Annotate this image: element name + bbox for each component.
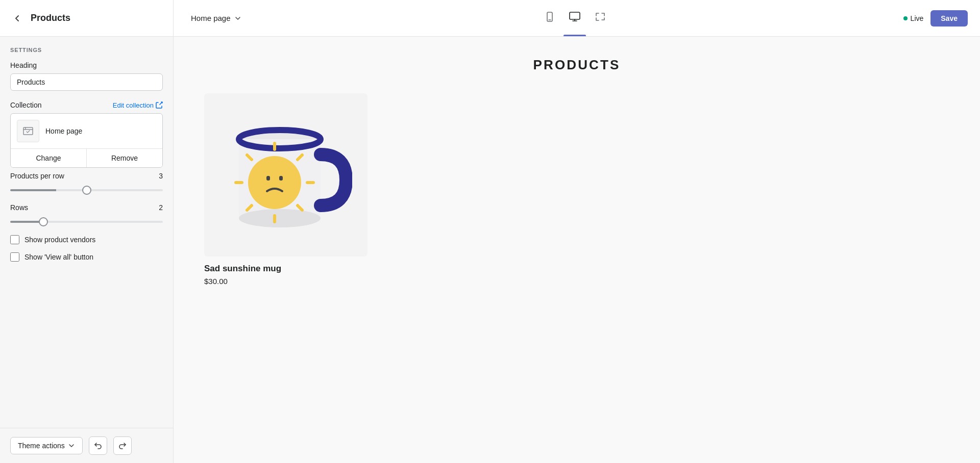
rows-slider[interactable] (10, 221, 163, 223)
undo-button[interactable] (89, 436, 107, 455)
view-buttons (539, 7, 611, 29)
sidebar-title: Products (31, 13, 70, 23)
products-per-row-section: Products per row 3 (10, 172, 163, 193)
products-per-row-label: Products per row (10, 172, 64, 180)
desktop-view-button[interactable] (564, 7, 586, 29)
redo-button[interactable] (113, 436, 132, 455)
heading-input[interactable] (10, 73, 163, 91)
collection-actions: Change Remove (11, 148, 162, 167)
show-view-all-label[interactable]: Show 'View all' button (24, 253, 93, 261)
live-dot (903, 16, 908, 20)
svg-point-6 (239, 209, 321, 227)
collection-item: Home page (11, 114, 162, 148)
theme-actions-button[interactable]: Theme actions (10, 437, 83, 454)
fullscreen-view-button[interactable] (589, 7, 611, 29)
collection-name: Home page (45, 127, 82, 135)
show-vendors-row: Show product vendors (10, 235, 163, 244)
product-price: $30.00 (204, 277, 368, 286)
back-button[interactable] (10, 11, 24, 25)
page-selector[interactable]: Home page (186, 11, 247, 25)
live-indicator: Live (903, 14, 924, 22)
show-vendors-checkbox[interactable] (10, 235, 19, 244)
collection-picker: Home page Change Remove (10, 113, 163, 168)
product-image (204, 93, 368, 256)
live-label: Live (911, 14, 924, 22)
redo-icon (118, 441, 127, 450)
top-bar: Home page (174, 0, 980, 37)
chevron-down-icon (68, 442, 75, 449)
preview-area: PRODUCTS (174, 37, 980, 463)
show-vendors-label[interactable]: Show product vendors (24, 236, 95, 244)
rows-label: Rows (10, 203, 28, 212)
svg-rect-0 (23, 127, 33, 135)
save-button[interactable]: Save (930, 10, 968, 27)
change-button[interactable]: Change (11, 149, 87, 167)
undo-icon (93, 441, 103, 450)
chevron-down-icon (234, 14, 242, 22)
top-bar-right: Live Save (903, 10, 968, 27)
sidebar-body: SETTINGS Heading Collection Edit collect… (0, 37, 173, 428)
rows-value: 2 (155, 203, 163, 212)
collection-label: Collection (10, 101, 41, 109)
page-name: Home page (191, 14, 231, 22)
products-grid: Sad sunshine mug $30.00 (204, 93, 949, 286)
svg-rect-17 (266, 176, 270, 181)
main-area: Home page (174, 0, 980, 463)
show-view-all-row: Show 'View all' button (10, 252, 163, 262)
svg-rect-18 (279, 176, 283, 181)
settings-label: SETTINGS (10, 47, 163, 53)
svg-rect-3 (570, 12, 580, 19)
mobile-view-button[interactable] (539, 7, 560, 29)
remove-button[interactable]: Remove (87, 149, 162, 167)
mug-illustration (219, 109, 352, 241)
sidebar-header: Products (0, 0, 173, 37)
edit-collection-link[interactable]: Edit collection (113, 101, 163, 109)
heading-label: Heading (10, 61, 163, 69)
product-name: Sad sunshine mug (204, 264, 368, 274)
products-per-row-value: 3 (155, 172, 163, 180)
rows-section: Rows 2 (10, 203, 163, 225)
sidebar: Products SETTINGS Heading Collection Edi… (0, 0, 174, 463)
preview-heading: PRODUCTS (204, 57, 949, 73)
product-card: Sad sunshine mug $30.00 (204, 93, 368, 286)
sidebar-footer: Theme actions (0, 428, 173, 463)
show-view-all-checkbox[interactable] (10, 252, 19, 262)
collection-icon (17, 120, 39, 142)
svg-point-8 (248, 156, 301, 209)
collection-row: Collection Edit collection (10, 101, 163, 109)
products-per-row-slider[interactable] (10, 189, 163, 191)
